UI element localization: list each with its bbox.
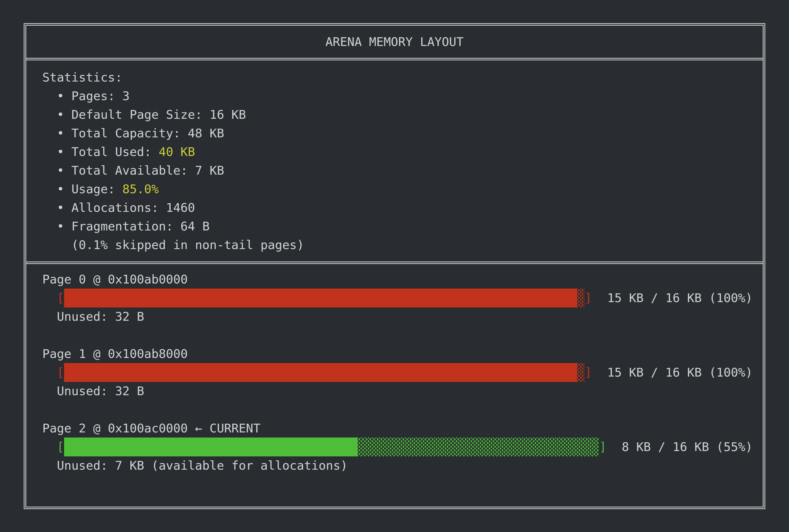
bar-used-segment: [64, 437, 358, 456]
memory-bar: []8 KB / 16 KB (55%): [42, 437, 753, 456]
stat-line-total-capacity: •Total Capacity: 48 KB: [42, 124, 763, 142]
bullet-icon: •: [57, 217, 64, 235]
statistics-section: Statistics: •Pages: 3 •Default Page Size…: [26, 60, 763, 264]
unused-text: Unused: 7 KB (available for allocations): [57, 458, 348, 473]
page-title: ARENA MEMORY LAYOUT: [325, 33, 464, 51]
stat-line-total-available: •Total Available: 7 KB: [42, 161, 763, 180]
stat-line-default-page-size: •Default Page Size: 16 KB: [42, 105, 763, 124]
bar-used-segment: [64, 363, 577, 382]
stat-line-total-used: •Total Used: 40 KB: [42, 142, 763, 161]
page-block-0: Page 0 @ 0x100ab0000 []15 KB / 16 KB (10…: [42, 270, 753, 326]
bar-close-bracket: ]: [584, 363, 592, 382]
unused-line: Unused: 32 B: [42, 307, 753, 326]
page-header: Page 1 @ 0x100ab8000: [42, 344, 753, 363]
stat-text: Total Capacity: 48 KB: [71, 126, 224, 140]
bar-free-segment: [358, 437, 599, 456]
stat-note: (0.1% skipped in non-tail pages): [42, 235, 763, 254]
title-bar: ARENA MEMORY LAYOUT: [26, 26, 763, 60]
page-block-2: Page 2 @ 0x100ac0000 ← CURRENT []8 KB / …: [42, 419, 753, 475]
bar-free-segment: [577, 363, 584, 382]
stat-line-fragmentation: •Fragmentation: 64 B: [42, 217, 763, 235]
stat-text: Pages: 3: [71, 89, 130, 103]
bullet-icon: •: [57, 142, 64, 161]
bar-close-bracket: ]: [599, 437, 606, 456]
pages-section: Page 0 @ 0x100ab0000 []15 KB / 16 KB (10…: [26, 264, 763, 507]
bar-label: 15 KB / 16 KB (100%): [607, 363, 753, 382]
bar-close-bracket: ]: [584, 289, 592, 307]
stat-highlight: 85.0%: [122, 182, 158, 196]
page-header: Page 0 @ 0x100ab0000: [42, 270, 753, 289]
stat-highlight: 40 KB: [158, 145, 195, 159]
unused-text: Unused: 32 B: [57, 309, 144, 324]
bar-label: 8 KB / 16 KB (55%): [622, 437, 753, 456]
page-block-1: Page 1 @ 0x100ab8000 []15 KB / 16 KB (10…: [42, 344, 753, 400]
unused-text: Unused: 32 B: [57, 384, 144, 398]
arena-memory-screen: { "title": "ARENA MEMORY LAYOUT", "stati…: [0, 0, 789, 532]
bullet-icon: •: [57, 87, 64, 105]
bullet-icon: •: [57, 105, 64, 124]
bar-open-bracket: [: [57, 289, 64, 307]
bar-open-bracket: [: [57, 437, 64, 456]
stat-note-text: (0.1% skipped in non-tail pages): [71, 238, 304, 252]
bullet-icon: •: [57, 124, 64, 142]
statistics-heading: Statistics:: [42, 68, 763, 87]
stat-text: Allocations: 1460: [71, 201, 195, 215]
memory-bar: []15 KB / 16 KB (100%): [42, 363, 753, 382]
stat-text: Usage:: [71, 182, 122, 196]
bullet-icon: •: [57, 161, 64, 180]
stat-line-allocations: •Allocations: 1460: [42, 198, 763, 217]
stat-text: Fragmentation: 64 B: [71, 219, 210, 233]
stat-text: Total Used:: [71, 145, 158, 159]
unused-line: Unused: 7 KB (available for allocations): [42, 456, 753, 475]
memory-bar: []15 KB / 16 KB (100%): [42, 289, 753, 307]
arena-frame: ARENA MEMORY LAYOUT Statistics: •Pages: …: [24, 23, 765, 509]
stat-line-usage: •Usage: 85.0%: [42, 180, 763, 198]
bar-used-segment: [64, 289, 577, 307]
bullet-icon: •: [57, 198, 64, 217]
stat-text: Default Page Size: 16 KB: [71, 108, 246, 121]
bullet-icon: •: [57, 180, 64, 198]
stat-line-pages: •Pages: 3: [42, 87, 763, 105]
unused-line: Unused: 32 B: [42, 382, 753, 400]
page-header: Page 2 @ 0x100ac0000 ← CURRENT: [42, 419, 753, 437]
bar-open-bracket: [: [57, 363, 64, 382]
bar-label: 15 KB / 16 KB (100%): [607, 289, 753, 307]
bar-free-segment: [577, 289, 584, 307]
stat-text: Total Available: 7 KB: [71, 163, 224, 177]
